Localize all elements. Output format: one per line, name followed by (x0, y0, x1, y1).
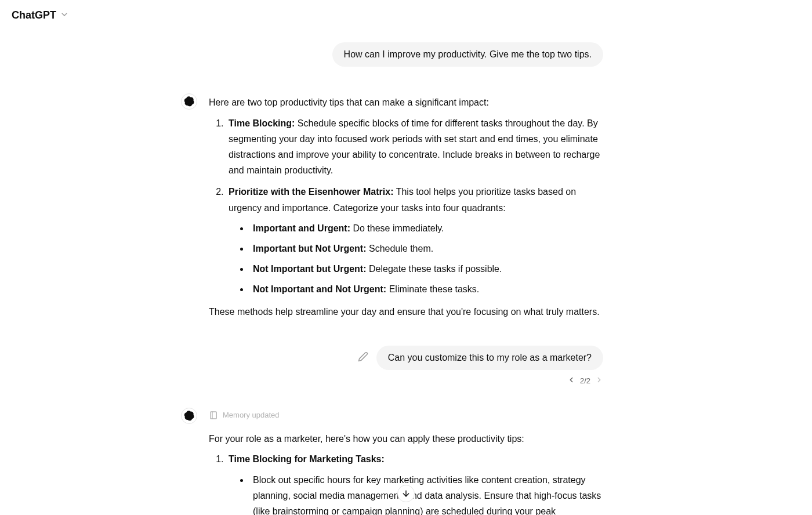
app-title[interactable]: ChatGPT (12, 9, 56, 21)
list-item-text: Do these immediately. (350, 223, 444, 233)
edit-icon[interactable] (358, 351, 368, 364)
memory-updated-label: Memory updated (223, 409, 280, 422)
assistant-numbered-list: Time Blocking: Schedule specific blocks … (209, 115, 603, 298)
assistant-message-row: Here are two top productivity tips that … (209, 95, 603, 324)
scroll-down-button[interactable] (397, 485, 415, 502)
assistant-bullet-list: Block out specific hours for key marketi… (229, 472, 603, 516)
list-item: Time Blocking for Marketing Tasks: Block… (226, 451, 603, 515)
user-message-bubble: Can you customize this to my role as a m… (376, 346, 603, 370)
list-item: Block out specific hours for key marketi… (249, 472, 603, 516)
assistant-avatar-icon (181, 93, 197, 110)
list-item-label: Important and Urgent: (253, 223, 350, 233)
list-item-label: Not Important but Urgent: (253, 264, 367, 274)
message-pagination: 2/2 (209, 376, 603, 386)
list-item-label: Time Blocking for Marketing Tasks: (229, 454, 385, 464)
list-item: Time Blocking: Schedule specific blocks … (226, 115, 603, 179)
list-item-label: Not Important and Not Urgent: (253, 284, 386, 294)
list-item-text: Schedule them. (367, 244, 434, 253)
assistant-message-body: Here are two top productivity tips that … (209, 95, 603, 324)
list-item: Not Important but Urgent: Delegate these… (249, 261, 603, 277)
list-item: Not Important and Not Urgent: Eliminate … (249, 281, 603, 297)
pagination-next-icon[interactable] (595, 376, 603, 386)
assistant-numbered-list: Time Blocking for Marketing Tasks: Block… (209, 451, 603, 515)
list-item-label: Important but Not Urgent: (253, 244, 367, 253)
list-item-text: Eliminate these tasks. (386, 284, 479, 294)
assistant-avatar-icon (181, 408, 197, 424)
assistant-bullet-list: Important and Urgent: Do these immediate… (229, 220, 603, 298)
list-item-text: Delegate these tasks if possible. (367, 264, 502, 274)
list-item-label: Prioritize with the Eisenhower Matrix: (229, 187, 394, 197)
chevron-down-icon[interactable] (60, 10, 69, 21)
user-message-container: Can you customize this to my role as a m… (209, 346, 603, 386)
user-message-row: How can I improve my productivity. Give … (209, 42, 603, 67)
pagination-prev-icon[interactable] (567, 376, 575, 386)
chat-content: How can I improve my productivity. Give … (197, 42, 615, 515)
assistant-outro-text: These methods help streamline your day a… (209, 304, 603, 320)
svg-rect-0 (211, 412, 217, 419)
user-message-bubble: How can I improve my productivity. Give … (332, 42, 603, 67)
list-item: Important and Urgent: Do these immediate… (249, 220, 603, 236)
assistant-intro-text: For your role as a marketer, here's how … (209, 431, 603, 447)
memory-updated-badge[interactable]: Memory updated (209, 409, 603, 422)
list-item-label: Time Blocking: (229, 118, 295, 128)
list-item: Important but Not Urgent: Schedule them. (249, 241, 603, 256)
assistant-intro-text: Here are two top productivity tips that … (209, 95, 603, 110)
header: ChatGPT (0, 0, 812, 31)
list-item: Prioritize with the Eisenhower Matrix: T… (226, 184, 603, 297)
pagination-label: 2/2 (580, 376, 590, 385)
